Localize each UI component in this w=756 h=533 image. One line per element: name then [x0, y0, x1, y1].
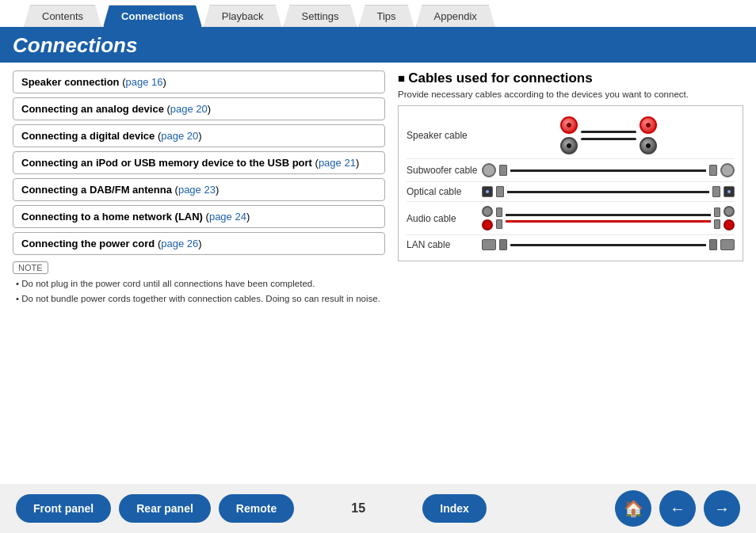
link-analog[interactable]: Connecting an analog device (page 20) [13, 97, 385, 120]
cable-visual-optical [482, 186, 735, 197]
cable-label-optical: Optical cable [407, 186, 482, 197]
cable-row-audio: Audio cable [407, 202, 735, 235]
note-text: Do not plug in the power cord until all … [13, 277, 385, 306]
cable-label-audio: Audio cable [407, 213, 482, 224]
link-power[interactable]: Connecting the power cord (page 26) [13, 232, 385, 255]
link-ipod-text: Connecting an iPod or USB memory device … [21, 157, 312, 169]
cable-visual-subwoofer [482, 163, 735, 177]
back-button[interactable]: ← [659, 490, 696, 527]
link-dab-text: Connecting a DAB/FM antenna [21, 184, 172, 196]
left-column: Speaker connection (page 16) Connecting … [13, 70, 385, 459]
note-label: NOTE [13, 261, 48, 274]
page-number: 15 [302, 501, 414, 516]
home-icon: 🏠 [624, 499, 643, 518]
note-item-2: Do not bundle power cords together with … [16, 292, 385, 306]
main-content: Speaker connection (page 16) Connecting … [0, 63, 756, 467]
link-digital-text: Connecting a digital device [21, 130, 155, 142]
cable-row-optical: Optical cable [407, 182, 735, 202]
link-power-text: Connecting the power cord [21, 238, 155, 249]
link-speaker[interactable]: Speaker connection (page 16) [13, 70, 385, 93]
link-analog-ref[interactable]: page 20 [170, 103, 208, 115]
rear-panel-button[interactable]: Rear panel [119, 494, 211, 523]
cable-label-lan: LAN cable [407, 239, 482, 250]
tab-connections[interactable]: Connections [103, 5, 202, 27]
cable-label-subwoofer: Subwoofer cable [407, 165, 482, 176]
note-item-1: Do not plug in the power cord until all … [16, 277, 385, 291]
link-dab[interactable]: Connecting a DAB/FM antenna (page 23) [13, 178, 385, 201]
right-column: Cables used for connections Provide nece… [398, 70, 743, 459]
cable-diagram: Speaker cable [398, 105, 743, 261]
cable-label-speaker: Speaker cable [407, 130, 482, 141]
tab-contents[interactable]: Contents [24, 5, 101, 27]
link-ipod[interactable]: Connecting an iPod or USB memory device … [13, 151, 385, 174]
cable-visual-lan [482, 239, 735, 250]
remote-button[interactable]: Remote [219, 494, 294, 523]
cable-row-lan: LAN cable [407, 235, 735, 254]
page-title: Connections [13, 33, 743, 58]
link-network[interactable]: Connecting to a home network (LAN) (page… [13, 205, 385, 228]
link-power-ref[interactable]: page 26 [161, 238, 198, 249]
link-network-text: Connecting to a home network (LAN) [21, 211, 203, 223]
link-speaker-ref[interactable]: page 16 [126, 76, 163, 88]
index-button[interactable]: Index [422, 494, 487, 523]
cables-title: Cables used for connections [398, 70, 743, 86]
link-analog-text: Connecting an analog device [21, 103, 164, 115]
tab-appendix[interactable]: Appendix [416, 5, 495, 27]
tab-settings[interactable]: Settings [284, 5, 357, 27]
note-section: NOTE Do not plug in the power cord until… [13, 261, 385, 306]
cable-row-subwoofer: Subwoofer cable [407, 159, 735, 182]
cable-visual-speaker [482, 116, 735, 154]
nav-tabs: Contents Connections Playback Settings T… [0, 0, 756, 27]
link-digital[interactable]: Connecting a digital device (page 20) [13, 124, 385, 147]
back-icon: ← [670, 500, 685, 518]
link-digital-ref[interactable]: page 20 [161, 130, 198, 142]
bottom-nav: Front panel Rear panel Remote 15 Index 🏠… [0, 484, 756, 533]
tab-playback[interactable]: Playback [204, 5, 282, 27]
cable-visual-audio [482, 206, 735, 230]
link-dab-ref[interactable]: page 23 [178, 184, 216, 196]
link-network-ref[interactable]: page 24 [209, 211, 246, 223]
link-speaker-text: Speaker connection [21, 76, 120, 88]
tab-tips[interactable]: Tips [359, 5, 414, 27]
link-ipod-ref[interactable]: page 21 [319, 157, 356, 169]
front-panel-button[interactable]: Front panel [16, 494, 111, 523]
cable-row-speaker: Speaker cable [407, 112, 735, 159]
forward-button[interactable]: → [704, 490, 740, 527]
cables-subtitle: Provide necessary cables according to th… [398, 89, 743, 99]
home-button[interactable]: 🏠 [615, 490, 651, 527]
page-header: Connections [0, 27, 756, 63]
forward-icon: → [714, 500, 730, 518]
